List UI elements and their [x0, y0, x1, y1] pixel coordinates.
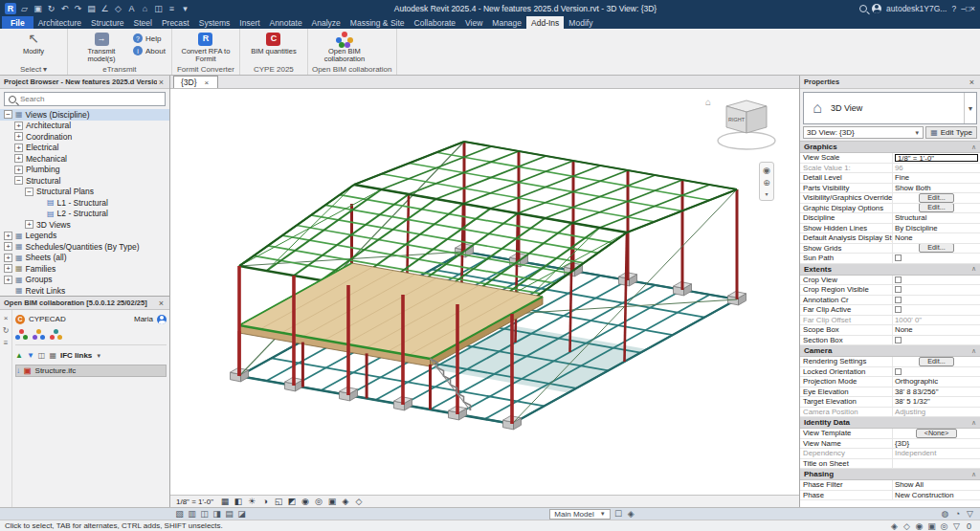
select-links-icon[interactable]: ◈ [888, 521, 901, 531]
tree-item-coordination[interactable]: +Coordination [0, 131, 169, 143]
tree-item-groups[interactable]: +▦Groups [0, 275, 169, 286]
chevron-down-icon[interactable]: ▾ [765, 190, 768, 197]
property-checkbox[interactable] [895, 297, 902, 303]
tree-expander-icon[interactable]: + [14, 144, 23, 152]
tree-item-sheets-all[interactable]: +▦Sheets (all) [0, 253, 169, 264]
detail-level-icon[interactable]: ▦ [219, 497, 231, 506]
tree-expander-icon[interactable]: + [4, 242, 12, 251]
account-name[interactable]: autodesk1Y7G... [886, 4, 947, 13]
property-edit-button[interactable]: Edit... [919, 244, 953, 254]
property-value[interactable]: {3D} [895, 439, 909, 448]
3d-structural-model[interactable] [170, 89, 799, 495]
property-edit-button[interactable]: Edit... [919, 357, 953, 366]
select-by-face-icon[interactable]: ▣ [925, 521, 938, 531]
chevron-down-icon[interactable]: ▼ [964, 93, 976, 123]
crop-view-icon[interactable]: ◱ [273, 497, 284, 506]
performance-adviser-icon[interactable]: ◍ [939, 509, 951, 519]
panel-label-formit-converter[interactable]: Formit Converter [172, 64, 239, 76]
property-value-input[interactable]: 1/8" = 1'-0" [895, 154, 978, 163]
property-group-identity-data[interactable]: Identity Data∧ [800, 417, 980, 429]
property-group-graphics[interactable]: Graphics∧ [800, 142, 980, 153]
shadows-icon[interactable]: ◑ [259, 497, 271, 506]
ribbon-tab-view[interactable]: View [460, 16, 487, 29]
project-browser-header[interactable]: Project Browser - New features 2025.d Ve… [0, 76, 169, 89]
property-value[interactable]: 1000' 0" [895, 316, 922, 324]
close-session-icon[interactable]: × [4, 314, 9, 322]
tree-expander-icon[interactable]: + [25, 220, 33, 229]
collapse-icon[interactable]: ∧ [971, 471, 976, 478]
active-option-only-icon[interactable]: ☐ [612, 509, 625, 519]
property-value[interactable]: 38' 5 1/32" [895, 397, 930, 406]
undo-icon[interactable]: ↶ [58, 4, 71, 13]
property-checkbox[interactable] [895, 286, 902, 293]
ribbon-tab-steel[interactable]: Steel [129, 16, 157, 29]
panel-label-open-bim-collaboration[interactable]: Open BIM collaboration [308, 64, 396, 76]
property-value[interactable]: Independent [895, 449, 936, 457]
panel-label-cype-2025[interactable]: CYPE 2025 [240, 63, 307, 75]
property-edit-button[interactable]: <None> [916, 429, 958, 438]
export-changes-icon[interactable]: ▼ [27, 351, 34, 360]
property-group-phasing[interactable]: Phasing∧ [800, 469, 980, 480]
ribbon-tab-structure[interactable]: Structure [86, 16, 129, 29]
viewcube-home-icon[interactable]: ⌂ [705, 97, 711, 107]
ribbon-tab-file[interactable]: File [2, 16, 33, 29]
tree-item-views-discipline[interactable]: −▦Views (Discipline) [0, 109, 169, 121]
close-button[interactable]: × [970, 4, 975, 13]
ribbon-tab-analyze[interactable]: Analyze [307, 16, 345, 29]
tree-item-l2-structural[interactable]: ▤L2 - Structural [0, 209, 169, 220]
measure-icon[interactable]: ∠ [99, 4, 111, 13]
property-value[interactable]: New Construction [895, 491, 954, 499]
active-workset-icon[interactable]: ◫ [198, 509, 211, 519]
collapse-icon[interactable]: ∧ [971, 265, 976, 273]
drag-on-selection-icon[interactable]: ◎ [938, 521, 950, 531]
ifc-link-item[interactable]: ↓▣Structure.ifc [15, 365, 167, 377]
open-bim-collaboration-button[interactable]: Open BIM collaboration [314, 31, 375, 64]
temporary-view-properties-icon[interactable]: ▣ [326, 497, 338, 506]
property-group-extents[interactable]: Extents∧ [800, 264, 980, 276]
transmit-models-button[interactable]: → Transmit model(s) [74, 31, 129, 64]
tree-item-plumbing[interactable]: +Plumbing [0, 165, 169, 176]
collab-app-icon[interactable] [15, 329, 29, 341]
about-button[interactable]: iAbout [133, 46, 166, 55]
property-checkbox[interactable] [895, 277, 902, 283]
bim-quantities-button[interactable]: C BIM quantities [246, 31, 301, 55]
property-checkbox[interactable] [895, 368, 902, 375]
tree-expander-icon[interactable]: − [14, 176, 23, 185]
edit-type-button[interactable]: ▦ Edit Type [925, 126, 977, 139]
section-icon[interactable]: ◫ [152, 4, 165, 13]
open-file-icon[interactable]: ▱ [18, 4, 31, 13]
ribbon-tab-precast[interactable]: Precast [157, 16, 194, 29]
ribbon-tab-modify[interactable]: Modify [564, 16, 597, 29]
ribbon-tab-systems[interactable]: Systems [194, 16, 235, 29]
property-value[interactable]: Adjusting [895, 408, 925, 416]
revit-logo[interactable]: R [5, 3, 16, 14]
project-browser-search[interactable] [4, 92, 166, 106]
tree-expander-icon[interactable]: + [4, 264, 12, 273]
tree-item-architectural[interactable]: +Architectural [0, 121, 169, 132]
temporary-hide-isolate-icon[interactable]: ◉ [300, 497, 311, 506]
tree-item-3d-views[interactable]: +3D Views [0, 219, 169, 231]
property-value[interactable]: Show Both [895, 184, 931, 192]
element-selector-combo[interactable]: 3D View: {3D} ▼ [803, 126, 924, 139]
close-icon[interactable]: × [968, 77, 976, 87]
property-group-camera[interactable]: Camera∧ [800, 345, 980, 357]
view-tab-3d[interactable]: {3D} × [173, 76, 218, 88]
tree-expander-icon[interactable]: + [14, 122, 23, 130]
selection-filter-icon[interactable]: ▽ [950, 521, 963, 531]
print-icon[interactable]: ▤ [85, 4, 98, 13]
property-value[interactable]: 96 [895, 164, 903, 172]
property-checkbox[interactable] [895, 306, 902, 313]
menu-icon[interactable]: ≡ [4, 339, 9, 347]
close-icon[interactable]: × [203, 78, 212, 87]
tree-item-electrical[interactable]: +Electrical [0, 143, 169, 154]
search-icon[interactable] [859, 5, 867, 12]
visual-style-icon[interactable]: ◧ [233, 497, 244, 506]
model-viewport[interactable]: ⌂ RIGHT ◉ ⊕ ▾ [170, 89, 799, 495]
property-checkbox[interactable] [895, 337, 902, 343]
property-checkbox[interactable] [895, 254, 902, 261]
property-edit-button[interactable]: Edit... [919, 204, 953, 213]
search-input[interactable] [20, 95, 161, 103]
tree-expander-icon[interactable]: + [4, 254, 12, 262]
design-options-icon[interactable]: ◨ [211, 509, 223, 519]
property-value[interactable]: None [895, 325, 913, 334]
